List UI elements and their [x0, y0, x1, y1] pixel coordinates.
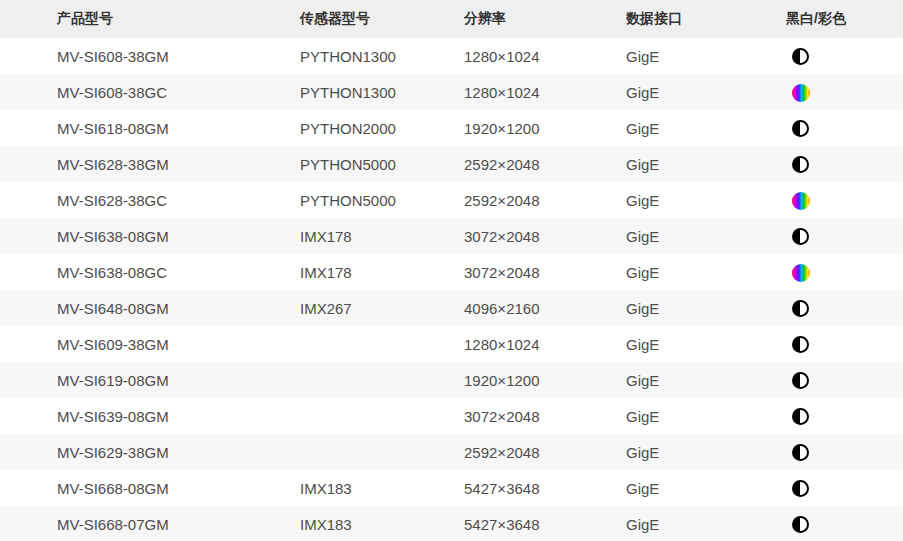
cell-interface: GigE — [626, 38, 786, 74]
cell-mono-color — [786, 254, 903, 290]
cell-model: MV-SI618-08GM — [0, 110, 300, 146]
mono-circle-icon — [792, 372, 809, 389]
table-body: MV-SI608-38GMPYTHON13001280×1024GigEMV-S… — [0, 38, 903, 541]
cell-mono-color — [786, 110, 903, 146]
mono-circle-icon — [792, 300, 809, 317]
table-row: MV-SI608-38GCPYTHON13001280×1024GigE — [0, 74, 903, 110]
cell-resolution: 4096×2160 — [464, 290, 626, 326]
mono-circle-icon — [792, 480, 809, 497]
cell-mono-color — [786, 506, 903, 541]
table-row: MV-SI619-08GM1920×1200GigE — [0, 362, 903, 398]
mono-circle-icon — [792, 48, 809, 65]
cell-interface: GigE — [626, 254, 786, 290]
cell-model: MV-SI648-08GM — [0, 290, 300, 326]
cell-model: MV-SI639-08GM — [0, 398, 300, 434]
cell-sensor: PYTHON1300 — [300, 38, 464, 74]
mono-circle-icon — [792, 336, 809, 353]
cell-interface: GigE — [626, 470, 786, 506]
cell-sensor: PYTHON5000 — [300, 146, 464, 182]
cell-model: MV-SI668-08GM — [0, 470, 300, 506]
cell-sensor: PYTHON5000 — [300, 182, 464, 218]
cell-mono-color — [786, 218, 903, 254]
cell-model: MV-SI619-08GM — [0, 362, 300, 398]
product-spec-table: 产品型号 传感器型号 分辨率 数据接口 黑白/彩色 MV-SI608-38GMP… — [0, 0, 903, 541]
cell-resolution: 3072×2048 — [464, 254, 626, 290]
table-row: MV-SI668-08GMIMX1835427×3648GigE — [0, 470, 903, 506]
mono-circle-icon — [792, 444, 809, 461]
cell-interface: GigE — [626, 110, 786, 146]
cell-mono-color — [786, 146, 903, 182]
cell-sensor — [300, 326, 464, 362]
table-row: MV-SI668-07GMIMX1835427×3648GigE — [0, 506, 903, 541]
cell-resolution: 1920×1200 — [464, 110, 626, 146]
cell-interface: GigE — [626, 146, 786, 182]
cell-sensor: IMX183 — [300, 470, 464, 506]
cell-mono-color — [786, 290, 903, 326]
header-product-model: 产品型号 — [0, 0, 300, 38]
cell-sensor — [300, 362, 464, 398]
cell-sensor: IMX178 — [300, 218, 464, 254]
cell-interface: GigE — [626, 398, 786, 434]
cell-resolution: 5427×3648 — [464, 470, 626, 506]
cell-model: MV-SI629-38GM — [0, 434, 300, 470]
cell-sensor: IMX183 — [300, 506, 464, 541]
table-row: MV-SI639-08GM3072×2048GigE — [0, 398, 903, 434]
cell-resolution: 1280×1024 — [464, 38, 626, 74]
cell-sensor: IMX178 — [300, 254, 464, 290]
cell-sensor: PYTHON2000 — [300, 110, 464, 146]
cell-mono-color — [786, 362, 903, 398]
cell-interface: GigE — [626, 506, 786, 541]
cell-mono-color — [786, 326, 903, 362]
cell-model: MV-SI628-38GC — [0, 182, 300, 218]
cell-interface: GigE — [626, 74, 786, 110]
cell-model: MV-SI608-38GM — [0, 38, 300, 74]
cell-mono-color — [786, 398, 903, 434]
cell-model: MV-SI668-07GM — [0, 506, 300, 541]
cell-resolution: 2592×2048 — [464, 146, 626, 182]
cell-sensor: IMX267 — [300, 290, 464, 326]
cell-model: MV-SI628-38GM — [0, 146, 300, 182]
rainbow-circle-icon — [792, 264, 810, 282]
header-data-interface: 数据接口 — [626, 0, 786, 38]
cell-sensor: PYTHON1300 — [300, 74, 464, 110]
mono-circle-icon — [792, 156, 809, 173]
cell-interface: GigE — [626, 218, 786, 254]
header-sensor-model: 传感器型号 — [300, 0, 464, 38]
cell-resolution: 1280×1024 — [464, 74, 626, 110]
header-mono-color: 黑白/彩色 — [786, 0, 903, 38]
rainbow-circle-icon — [792, 192, 810, 210]
cell-interface: GigE — [626, 326, 786, 362]
table-row: MV-SI638-08GCIMX1783072×2048GigE — [0, 254, 903, 290]
table-row: MV-SI638-08GMIMX1783072×2048GigE — [0, 218, 903, 254]
table-row: MV-SI608-38GMPYTHON13001280×1024GigE — [0, 38, 903, 74]
cell-resolution: 5427×3648 — [464, 506, 626, 541]
cell-model: MV-SI609-38GM — [0, 326, 300, 362]
cell-resolution: 1280×1024 — [464, 326, 626, 362]
cell-interface: GigE — [626, 362, 786, 398]
cell-sensor — [300, 434, 464, 470]
rainbow-circle-icon — [792, 84, 810, 102]
table-header-row: 产品型号 传感器型号 分辨率 数据接口 黑白/彩色 — [0, 0, 903, 38]
cell-model: MV-SI638-08GM — [0, 218, 300, 254]
cell-mono-color — [786, 470, 903, 506]
mono-circle-icon — [792, 228, 809, 245]
cell-resolution: 2592×2048 — [464, 434, 626, 470]
cell-mono-color — [786, 182, 903, 218]
cell-mono-color — [786, 38, 903, 74]
cell-interface: GigE — [626, 290, 786, 326]
cell-resolution: 1920×1200 — [464, 362, 626, 398]
table-row: MV-SI628-38GCPYTHON50002592×2048GigE — [0, 182, 903, 218]
mono-circle-icon — [792, 120, 809, 137]
table-row: MV-SI618-08GMPYTHON20001920×1200GigE — [0, 110, 903, 146]
table-row: MV-SI609-38GM1280×1024GigE — [0, 326, 903, 362]
table-row: MV-SI648-08GMIMX2674096×2160GigE — [0, 290, 903, 326]
cell-interface: GigE — [626, 434, 786, 470]
cell-mono-color — [786, 74, 903, 110]
cell-sensor — [300, 398, 464, 434]
mono-circle-icon — [792, 408, 809, 425]
cell-model: MV-SI638-08GC — [0, 254, 300, 290]
cell-interface: GigE — [626, 182, 786, 218]
mono-circle-icon — [792, 516, 809, 533]
cell-resolution: 2592×2048 — [464, 182, 626, 218]
cell-mono-color — [786, 434, 903, 470]
